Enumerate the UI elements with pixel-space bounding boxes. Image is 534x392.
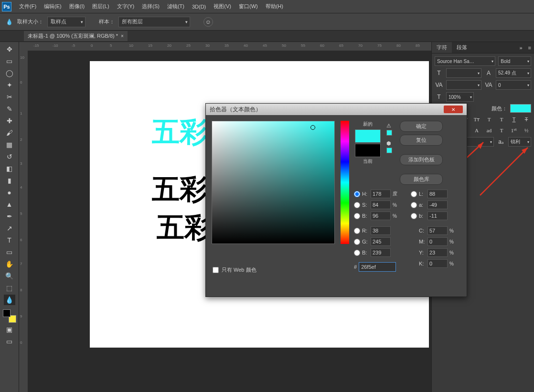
menu-type[interactable]: 文字(Y)	[113, 1, 139, 12]
menu-window[interactable]: 窗口(W)	[235, 1, 262, 12]
menu-edit[interactable]: 编辑(E)	[40, 1, 65, 12]
superscript-btn[interactable]: T	[484, 115, 494, 124]
eraser-tool[interactable]: ◧	[4, 163, 15, 174]
crop-tool[interactable]: ✂	[4, 92, 15, 102]
sample-size-select[interactable]: 取样点	[47, 17, 85, 27]
k-input[interactable]	[427, 259, 448, 268]
radio-s[interactable]	[354, 202, 360, 208]
menu-select[interactable]: 选择(S)	[138, 1, 163, 12]
half-btn[interactable]: ½	[522, 126, 531, 135]
leading-select[interactable]: 52.49 点	[496, 68, 531, 78]
g-input[interactable]	[371, 237, 391, 246]
m-input[interactable]	[427, 237, 448, 246]
marquee-tool[interactable]: ▭	[4, 56, 15, 66]
color-library-button[interactable]: 颜色库	[400, 174, 443, 185]
eyedropper-icon[interactable]: 💧	[5, 18, 13, 26]
font-weight-select[interactable]: Bold	[498, 56, 531, 66]
lb-input[interactable]	[427, 212, 448, 220]
history-brush[interactable]: ↺	[4, 151, 15, 162]
artboard-tool[interactable]: ⬚	[4, 283, 15, 293]
cancel-button[interactable]: 复位	[400, 135, 443, 146]
cube-icon[interactable]: ⬢	[386, 140, 392, 147]
menu-view[interactable]: 视图(V)	[210, 1, 235, 12]
ad-btn[interactable]: ad	[484, 126, 494, 135]
font-family-select[interactable]: Source Han Sa…	[435, 56, 495, 66]
fg-color[interactable]	[3, 309, 11, 317]
y-input[interactable]	[427, 248, 448, 257]
menu-help[interactable]: 帮助(H)	[262, 1, 287, 12]
zoom-tool[interactable]: 🔍	[4, 271, 15, 281]
lasso-tool[interactable]: ◯	[4, 68, 15, 78]
move-tool[interactable]: ✥	[4, 44, 15, 54]
t2-btn[interactable]: T	[497, 126, 506, 135]
radio-lb[interactable]	[411, 213, 417, 219]
radio-g[interactable]	[354, 239, 360, 245]
closest-safe[interactable]	[386, 130, 392, 136]
fg-bg-swatches[interactable]	[3, 309, 16, 323]
aa-select[interactable]: 锐利	[508, 137, 531, 147]
text-layer-2[interactable]: 五彩	[152, 171, 207, 208]
mask-mode[interactable]: ▣	[4, 324, 15, 335]
web-only-checkbox[interactable]	[213, 267, 219, 273]
text-layer-3[interactable]: 五彩	[157, 209, 212, 246]
document-tab[interactable]: 未标题-1 @ 100% (五彩斑斓, RGB/8) * ×	[24, 31, 128, 41]
1st-btn[interactable]: 1ˢᵗ	[509, 126, 519, 135]
heal-tool[interactable]: ✚	[4, 116, 15, 126]
ok-button[interactable]: 确定	[400, 121, 443, 132]
gradient-tool[interactable]: ▮	[4, 175, 15, 186]
kerning-select[interactable]	[446, 80, 481, 90]
c-input[interactable]	[427, 226, 448, 235]
collapse-icon[interactable]: »	[516, 45, 525, 51]
shape-tool[interactable]: ▭	[4, 247, 15, 257]
menu-filter[interactable]: 滤镜(T)	[163, 1, 188, 12]
hex-input[interactable]	[359, 262, 396, 272]
subscript-btn[interactable]: T	[497, 115, 506, 124]
radio-l[interactable]	[411, 191, 417, 197]
stamp-tool[interactable]: ▦	[4, 139, 15, 150]
menu-3d[interactable]: 3D(D)	[188, 2, 210, 11]
h-input[interactable]	[371, 190, 391, 198]
eyedropper-tool[interactable]: ✎	[4, 104, 15, 114]
closest-web[interactable]	[386, 148, 392, 153]
hand-tool[interactable]: ✋	[4, 259, 15, 269]
br-input[interactable]	[371, 212, 391, 220]
hue-slider[interactable]	[341, 121, 349, 244]
brush-tool[interactable]: 🖌	[4, 127, 15, 138]
color-sampler[interactable]: 💧	[4, 295, 15, 305]
radio-bl[interactable]	[354, 250, 360, 256]
sample-layers-select[interactable]: 所有图层	[118, 17, 190, 27]
add-swatch-button[interactable]: 添加到色板	[400, 154, 443, 165]
radio-a[interactable]	[411, 202, 417, 208]
strike-btn[interactable]: T	[522, 115, 531, 124]
menu-file[interactable]: 文件(F)	[15, 1, 40, 12]
warning-icon[interactable]: ⚠	[386, 123, 392, 129]
radio-r[interactable]	[354, 228, 360, 234]
tracking-select[interactable]: 0	[496, 80, 531, 90]
r-input[interactable]	[371, 226, 391, 235]
s-input[interactable]	[371, 201, 391, 209]
tab-paragraph[interactable]: 段落	[452, 42, 472, 53]
ring-icon[interactable]: ☺	[203, 17, 213, 27]
menu-image[interactable]: 图像(I)	[65, 1, 88, 12]
close-button[interactable]: ✕	[444, 106, 463, 113]
a-input[interactable]	[427, 201, 448, 209]
bl-input[interactable]	[371, 248, 391, 257]
l-input[interactable]	[427, 190, 448, 198]
pen-tool[interactable]: ✒	[4, 211, 15, 222]
wand-tool[interactable]: ✦	[4, 80, 15, 90]
path-tool[interactable]: ↗	[4, 223, 15, 233]
dodge-tool[interactable]: ▲	[4, 199, 15, 210]
radio-h[interactable]	[354, 191, 360, 197]
blur-tool[interactable]: ●	[4, 187, 15, 198]
font-size-select[interactable]	[446, 68, 481, 78]
radio-br[interactable]	[354, 213, 360, 219]
menu-layer[interactable]: 图层(L)	[88, 1, 113, 12]
saturation-value-box[interactable]	[212, 121, 335, 244]
underline-btn[interactable]: T	[509, 115, 519, 124]
screen-mode[interactable]: ▭	[4, 336, 15, 347]
vscale-input[interactable]: 100%	[446, 92, 474, 102]
panel-menu-icon[interactable]: ≡	[525, 45, 534, 51]
tab-character[interactable]: 字符	[432, 42, 452, 53]
text-tool[interactable]: T	[4, 235, 15, 245]
close-tab-icon[interactable]: ×	[121, 33, 124, 39]
